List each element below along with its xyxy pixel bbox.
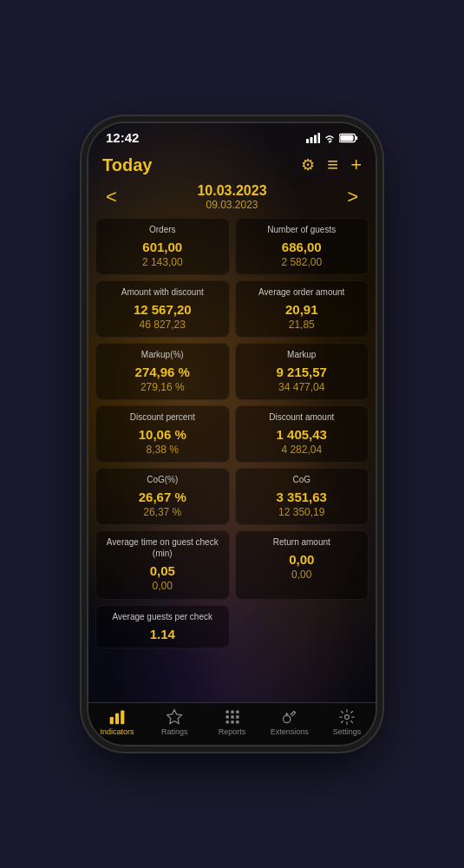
svg-rect-18	[225, 720, 228, 723]
metrics-row-5: CoG(%) 26,67 % 26,37 % CoG 3 351,63 12 3…	[95, 468, 369, 525]
return-amount-label: Return amount	[243, 536, 362, 548]
cog-secondary: 12 350,19	[243, 506, 362, 520]
amount-discount-value: 12 567,20	[103, 301, 222, 319]
nav-ratings-label: Ratings	[161, 727, 188, 736]
svg-rect-14	[236, 711, 239, 713]
metrics-row-1: Orders 601,00 2 143,00 Number of guests …	[95, 218, 369, 275]
date-display: 10.03.2023 09.03.2023	[197, 183, 266, 211]
discount-amount-value: 1 405,43	[243, 426, 362, 444]
svg-rect-12	[225, 711, 228, 713]
next-date-button[interactable]: >	[342, 186, 363, 208]
svg-rect-8	[110, 717, 114, 724]
avg-guests-check-value: 1.14	[103, 626, 222, 643]
guests-value: 686,00	[243, 239, 362, 256]
markup-pct-secondary: 279,16 %	[103, 381, 222, 395]
discount-amount-label: Discount amount	[243, 411, 362, 423]
status-icons	[306, 133, 358, 143]
discount-pct-card: Discount percent 10,06 % 8,38 %	[95, 405, 230, 463]
settings-icon	[338, 708, 356, 726]
nav-settings-label: Settings	[333, 727, 362, 736]
nav-extensions[interactable]: Extensions	[261, 708, 318, 736]
cog-pct-label: CoG(%)	[103, 474, 222, 485]
avg-time-card: Average time on guest check (min) 0,05 0…	[95, 530, 230, 599]
svg-rect-2	[314, 135, 317, 143]
phone-content: 12:42	[88, 123, 376, 745]
wifi-icon	[323, 133, 337, 143]
svg-rect-10	[121, 711, 124, 725]
svg-rect-15	[225, 715, 228, 718]
phone-frame: 12:42	[87, 122, 377, 746]
cog-pct-value: 26,67 %	[103, 489, 222, 506]
svg-rect-7	[340, 135, 353, 141]
gear-icon[interactable]: ⚙	[301, 155, 315, 174]
nav-reports[interactable]: Reports	[203, 708, 260, 736]
avg-order-label: Average order amount	[243, 286, 362, 298]
svg-rect-0	[306, 139, 309, 143]
cog-value: 3 351,63	[243, 489, 362, 506]
markup-pct-label: Markup(%)	[103, 349, 222, 360]
add-icon[interactable]: +	[350, 154, 362, 176]
svg-rect-16	[231, 715, 233, 718]
cog-label: CoG	[243, 474, 362, 485]
status-time: 12:42	[106, 130, 139, 145]
signal-icon	[306, 133, 320, 143]
svg-rect-1	[310, 137, 313, 143]
svg-point-21	[283, 715, 290, 722]
nav-reports-label: Reports	[219, 727, 246, 736]
metrics-row-7: Average guests per check 1.14	[95, 605, 369, 649]
avg-order-secondary: 21,85	[243, 319, 362, 332]
discount-pct-label: Discount percent	[103, 411, 222, 423]
cog-card: CoG 3 351,63 12 350,19	[235, 468, 369, 525]
discount-amount-secondary: 4 282,04	[243, 444, 362, 457]
amount-discount-card: Amount with discount 12 567,20 46 827,23	[95, 280, 230, 338]
prev-date-button[interactable]: <	[101, 186, 122, 208]
main-date: 10.03.2023	[197, 183, 266, 199]
nav-settings[interactable]: Settings	[318, 708, 376, 736]
avg-guests-check-label: Average guests per check	[103, 611, 222, 622]
header-icons: ⚙ ≡ +	[301, 154, 362, 176]
svg-rect-17	[236, 715, 239, 718]
metrics-row-4: Discount percent 10,06 % 8,38 % Discount…	[95, 405, 369, 463]
avg-guests-check-card: Average guests per check 1.14	[95, 605, 230, 649]
nav-ratings[interactable]: Ratings	[146, 708, 203, 736]
svg-point-22	[344, 715, 349, 720]
extensions-icon	[281, 708, 298, 726]
avg-time-label: Average time on guest check (min)	[103, 536, 222, 559]
svg-rect-19	[231, 720, 233, 723]
status-bar: 12:42	[88, 123, 376, 148]
markup-card: Markup 9 215,57 34 477,04	[235, 343, 369, 400]
reports-icon	[224, 708, 241, 726]
metrics-container: Orders 601,00 2 143,00 Number of guests …	[88, 216, 376, 702]
avg-time-secondary: 0,00	[103, 580, 222, 594]
battery-icon	[339, 133, 358, 143]
bottom-nav: Indicators Ratings	[88, 702, 376, 745]
nav-indicators-label: Indicators	[101, 727, 134, 736]
svg-marker-11	[167, 710, 182, 724]
header-title: Today	[102, 155, 152, 175]
star-icon	[166, 708, 183, 726]
markup-pct-value: 274,96 %	[103, 364, 222, 381]
orders-value: 601,00	[103, 239, 222, 256]
discount-pct-secondary: 8,38 %	[103, 444, 222, 457]
guests-card: Number of guests 686,00 2 582,00	[235, 218, 369, 275]
return-amount-card: Return amount 0,00 0,00	[235, 530, 369, 599]
nav-indicators[interactable]: Indicators	[88, 708, 146, 736]
discount-pct-value: 10,06 %	[103, 426, 222, 444]
menu-icon[interactable]: ≡	[327, 154, 338, 176]
amount-discount-secondary: 46 827,23	[103, 319, 222, 332]
guests-label: Number of guests	[243, 224, 362, 235]
markup-secondary: 34 477,04	[243, 381, 362, 395]
svg-rect-13	[231, 711, 233, 713]
avg-time-value: 0,05	[103, 562, 222, 580]
return-amount-value: 0,00	[243, 551, 362, 569]
svg-rect-9	[115, 713, 119, 725]
svg-rect-6	[356, 135, 357, 139]
avg-order-value: 20,91	[243, 301, 362, 319]
orders-card: Orders 601,00 2 143,00	[95, 218, 230, 275]
metrics-row-3: Markup(%) 274,96 % 279,16 % Markup 9 215…	[95, 343, 369, 400]
indicators-icon	[108, 708, 126, 726]
svg-rect-3	[318, 133, 321, 143]
markup-pct-card: Markup(%) 274,96 % 279,16 %	[95, 343, 230, 400]
markup-label: Markup	[243, 349, 362, 360]
metrics-row-2: Amount with discount 12 567,20 46 827,23…	[95, 280, 369, 338]
